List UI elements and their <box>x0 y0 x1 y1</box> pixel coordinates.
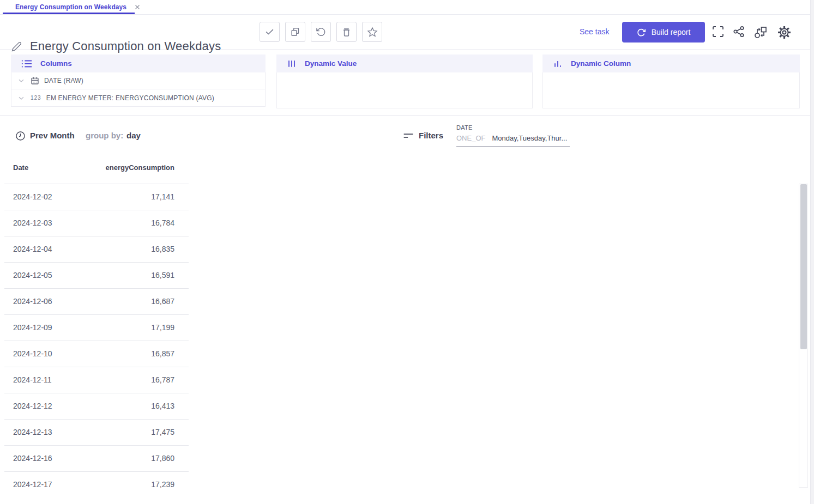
filter-icon <box>403 131 414 141</box>
tab-active-indicator <box>3 13 135 14</box>
dynamic-column-panel-header: Dynamic Column <box>542 54 800 72</box>
period-label: Prev Month <box>30 131 75 140</box>
table-cell-date: 2024-12-10 <box>13 349 52 358</box>
reset-button[interactable] <box>311 22 331 42</box>
trash-icon <box>341 27 352 37</box>
table-cell-value: 17,475 <box>151 428 174 436</box>
pencil-icon[interactable] <box>11 41 22 52</box>
close-icon[interactable] <box>134 4 141 10</box>
table-cell-date: 2024-12-03 <box>13 218 52 227</box>
table-row[interactable]: 2024-12-12 16,413 <box>4 393 189 419</box>
table-row[interactable]: 2024-12-16 17,860 <box>4 445 189 471</box>
group-by-value: day <box>126 131 141 140</box>
table-row[interactable]: 2024-12-17 17,239 <box>4 471 189 497</box>
table-header-energy: energyConsumption <box>106 163 174 172</box>
table-cell-value: 17,239 <box>151 480 174 489</box>
table-body: 2024-12-02 17,141 2024-12-03 16,784 2024… <box>4 184 189 497</box>
columns-panel: Columns DATE (RAW) 123 EM ENERGY METER: … <box>11 54 266 107</box>
table-row[interactable]: 2024-12-02 17,141 <box>4 184 189 210</box>
table-cell-value: 16,857 <box>151 349 174 358</box>
table-row[interactable]: 2024-12-03 16,784 <box>4 210 189 236</box>
share-icon[interactable] <box>732 25 745 38</box>
section-divider <box>0 115 814 116</box>
column-chart-icon <box>552 58 563 69</box>
table-row[interactable]: 2024-12-05 16,591 <box>4 262 189 288</box>
table-header: Date energyConsumption <box>4 163 189 184</box>
table-cell-value: 16,784 <box>151 218 174 227</box>
column-item-date[interactable]: DATE (RAW) <box>11 72 265 89</box>
table-cell-value: 16,835 <box>151 245 174 253</box>
filters-label: Filters <box>419 131 443 140</box>
build-report-button[interactable]: Build report <box>622 22 705 42</box>
table-cell-value: 16,591 <box>151 271 174 280</box>
table-row[interactable]: 2024-12-06 16,687 <box>4 288 189 314</box>
table-row[interactable]: 2024-12-11 16,787 <box>4 367 189 393</box>
table-cell-date: 2024-12-13 <box>13 428 52 436</box>
numeric-123-icon: 123 <box>31 95 41 101</box>
table-row[interactable]: 2024-12-04 16,835 <box>4 236 189 262</box>
fullscreen-icon[interactable] <box>712 25 725 38</box>
window-right-edge <box>810 0 814 504</box>
settings-icon[interactable] <box>777 25 792 40</box>
table-cell-value: 16,687 <box>151 297 174 306</box>
delete-button[interactable] <box>336 22 357 42</box>
dynamic-value-panel-header: Dynamic Value <box>276 54 533 72</box>
page-title: Energy Consumption on Weekdays <box>30 39 221 53</box>
dynamic-value-panel: Dynamic Value <box>276 54 533 108</box>
table-cell-date: 2024-12-17 <box>13 480 52 489</box>
vertical-scrollbar-track[interactable] <box>799 184 808 488</box>
dynamic-column-panel: Dynamic Column <box>542 54 800 108</box>
columns-panel-body: DATE (RAW) 123 EM ENERGY METER: ENERGYCO… <box>11 72 266 107</box>
table-row[interactable]: 2024-12-10 16,857 <box>4 341 189 367</box>
table-cell-date: 2024-12-12 <box>13 402 52 410</box>
favorite-button[interactable] <box>362 22 382 42</box>
table-cell-date: 2024-12-06 <box>13 297 52 306</box>
approve-button[interactable] <box>260 22 280 42</box>
filter-chip-date[interactable]: DATE ONE_OF Monday,Tuesday,Thur... <box>456 124 570 147</box>
table-cell-date: 2024-12-02 <box>13 192 52 201</box>
column-item-energy[interactable]: 123 EM ENERGY METER: ENERGYCONSUMPTION (… <box>11 89 265 106</box>
columns-panel-header: Columns <box>11 54 266 72</box>
build-report-label: Build report <box>652 28 691 37</box>
table-cell-date: 2024-12-04 <box>13 245 52 253</box>
calendar-icon <box>31 76 39 85</box>
flow-icon[interactable] <box>753 25 768 39</box>
column-item-label: EM ENERGY METER: ENERGYCONSUMPTION (AVG) <box>46 94 214 102</box>
vertical-bars-icon <box>286 58 297 69</box>
star-icon <box>367 27 378 38</box>
dynamic-column-panel-body[interactable] <box>542 72 800 108</box>
table-cell-value: 16,413 <box>151 402 174 410</box>
check-icon <box>264 27 275 37</box>
dynamic-value-panel-body[interactable] <box>276 72 533 108</box>
vertical-scrollbar-thumb[interactable] <box>800 184 807 349</box>
columns-panel-title: Columns <box>40 59 72 68</box>
table-row[interactable]: 2024-12-09 17,199 <box>4 314 189 341</box>
toolbar <box>260 22 382 42</box>
clock-icon <box>15 131 26 141</box>
table-cell-value: 17,860 <box>151 454 174 463</box>
dynamic-value-panel-title: Dynamic Value <box>305 59 357 68</box>
table-cell-date: 2024-12-11 <box>13 375 52 384</box>
table-cell-date: 2024-12-16 <box>13 454 52 463</box>
table-cell-date: 2024-12-09 <box>13 323 52 332</box>
dynamic-column-panel-title: Dynamic Column <box>571 59 631 68</box>
filter-value: Monday,Tuesday,Thur... <box>492 134 567 142</box>
duplicate-button[interactable] <box>285 22 305 42</box>
table-header-date: Date <box>13 163 28 172</box>
title-bar: Energy Consumption on Weekdays See task … <box>0 15 814 50</box>
refresh-icon <box>637 28 646 37</box>
table-cell-value: 17,199 <box>151 323 174 332</box>
group-by-label: group by: <box>86 131 123 140</box>
tab-bar: Energy Consumption on Weekdays <box>0 0 814 15</box>
tab-label: Energy Consumption on Weekdays <box>15 3 126 11</box>
app-window: Energy Consumption on Weekdays Energy Co… <box>0 0 814 504</box>
chevron-down-icon[interactable] <box>17 76 26 85</box>
table-row[interactable]: 2024-12-13 17,475 <box>4 419 189 445</box>
filter-operator: ONE_OF <box>456 134 485 142</box>
see-task-link[interactable]: See task <box>580 27 609 36</box>
table-cell-value: 16,787 <box>151 375 174 384</box>
column-item-label: DATE (RAW) <box>44 77 83 84</box>
chevron-down-icon[interactable] <box>17 94 26 102</box>
rotate-ccw-icon <box>316 27 326 37</box>
results-table: Date energyConsumption 2024-12-02 17,141… <box>4 163 189 497</box>
